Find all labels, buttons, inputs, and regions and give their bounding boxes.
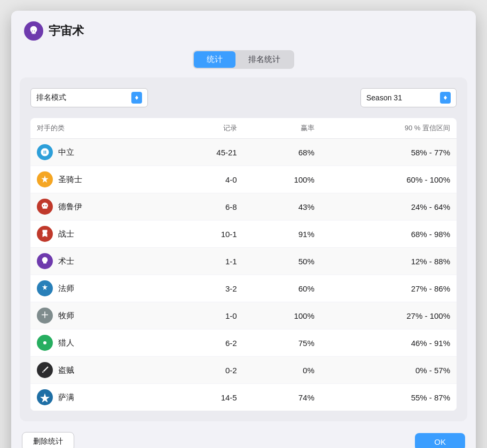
ci-cell: 46% - 91% [321, 329, 457, 357]
class-icon [37, 199, 53, 215]
winrate-cell: 43% [243, 193, 321, 221]
class-name: 盗贼 [58, 365, 74, 375]
filters-row: 排名模式 Season 31 [30, 88, 457, 107]
class-cell: 猎人 [30, 329, 166, 357]
class-icon [37, 280, 53, 296]
col-class: 对手的类 [30, 118, 166, 139]
col-ci: 90 % 置信区间 [321, 118, 457, 139]
table-row: 术士 1-150%12% - 88% [30, 248, 457, 275]
record-cell: 14-5 [166, 384, 243, 411]
table-header: 对手的类 记录 赢率 90 % 置信区间 [30, 118, 457, 139]
class-name: 术士 [58, 256, 74, 266]
class-name: 牧师 [58, 311, 74, 321]
class-cell: 术士 [30, 248, 166, 275]
winrate-cell: 68% [243, 139, 321, 166]
winrate-cell: 75% [243, 329, 321, 357]
table-row: 盗贼 0-20%0% - 57% [30, 357, 457, 384]
record-cell: 6-8 [166, 193, 243, 221]
table-row: 猎人 6-275%46% - 91% [30, 329, 457, 357]
season-label: Season 31 [366, 93, 436, 102]
col-winrate: 赢率 [243, 118, 321, 139]
table-row: 萨满 14-574%55% - 87% [30, 384, 457, 411]
ci-cell: 27% - 100% [321, 302, 457, 329]
class-icon [37, 226, 53, 242]
ci-cell: 0% - 57% [321, 357, 457, 384]
stats-table: 对手的类 记录 赢率 90 % 置信区间 中立 45-2168%58% - 77… [30, 118, 457, 411]
ci-cell: 68% - 98% [321, 221, 457, 248]
bottom-bar: 删除统计 OK [11, 421, 476, 448]
class-name: 战士 [58, 229, 74, 239]
ci-cell: 60% - 100% [321, 166, 457, 193]
app-icon [24, 21, 43, 41]
table-body: 中立 45-2168%58% - 77% 圣骑士 4-0100%60% - 10… [30, 139, 457, 411]
table-row: 法师 3-260%27% - 86% [30, 275, 457, 302]
ci-cell: 55% - 87% [321, 384, 457, 411]
tab-stats[interactable]: 统计 [194, 51, 235, 68]
winrate-cell: 0% [243, 357, 321, 384]
class-name: 猎人 [58, 338, 74, 348]
record-cell: 4-0 [166, 166, 243, 193]
app-title: 宇宙术 [49, 23, 84, 39]
table-row: 中立 45-2168%58% - 77% [30, 139, 457, 166]
ci-cell: 58% - 77% [321, 139, 457, 166]
ok-button[interactable]: OK [415, 433, 465, 449]
season-selector[interactable]: Season 31 [360, 88, 457, 107]
tab-group: 统计 排名统计 [193, 50, 294, 69]
class-cell: 战士 [30, 221, 166, 248]
class-icon [37, 335, 53, 351]
class-name: 德鲁伊 [58, 202, 82, 212]
record-cell: 10-1 [166, 221, 243, 248]
class-icon [37, 308, 53, 324]
class-name: 法师 [58, 284, 74, 294]
record-cell: 1-0 [166, 302, 243, 329]
mode-selector[interactable]: 排名模式 [30, 88, 148, 107]
ci-cell: 27% - 86% [321, 275, 457, 302]
class-cell: 德鲁伊 [30, 193, 166, 221]
winrate-cell: 100% [243, 166, 321, 193]
class-cell: 圣骑士 [30, 166, 166, 193]
table-row: 圣骑士 4-0100%60% - 100% [30, 166, 457, 193]
svg-point-0 [43, 341, 46, 344]
season-arrows [440, 92, 451, 104]
class-cell: 法师 [30, 275, 166, 302]
class-cell: 牧师 [30, 302, 166, 329]
record-cell: 1-1 [166, 248, 243, 275]
col-record: 记录 [166, 118, 243, 139]
class-icon [37, 389, 53, 405]
record-cell: 45-21 [166, 139, 243, 166]
class-icon [37, 362, 53, 378]
winrate-cell: 100% [243, 302, 321, 329]
tab-bar: 统计 排名统计 [11, 46, 476, 77]
winrate-cell: 50% [243, 248, 321, 275]
winrate-cell: 60% [243, 275, 321, 302]
ci-cell: 12% - 88% [321, 248, 457, 275]
class-icon [37, 144, 53, 160]
skull-icon [28, 25, 40, 37]
class-icon [37, 253, 53, 269]
record-cell: 3-2 [166, 275, 243, 302]
class-name: 萨满 [58, 392, 74, 403]
table-row: 牧师 1-0100%27% - 100% [30, 302, 457, 329]
class-cell: 盗贼 [30, 357, 166, 384]
class-icon [37, 171, 53, 187]
record-cell: 6-2 [166, 329, 243, 357]
table-row: 战士 10-191%68% - 98% [30, 221, 457, 248]
class-cell: 中立 [30, 139, 166, 166]
ci-cell: 24% - 64% [321, 193, 457, 221]
mode-arrows [131, 92, 142, 104]
class-cell: 萨满 [30, 384, 166, 411]
mode-label: 排名模式 [36, 93, 127, 103]
winrate-cell: 74% [243, 384, 321, 411]
class-name: 中立 [58, 147, 74, 158]
main-window: 宇宙术 统计 排名统计 排名模式 Season 31 [11, 11, 476, 448]
record-cell: 0-2 [166, 357, 243, 384]
table-row: 德鲁伊 6-843%24% - 64% [30, 193, 457, 221]
content-area: 排名模式 Season 31 对手的类 记录 赢率 [20, 77, 467, 421]
delete-button[interactable]: 删除统计 [22, 432, 74, 448]
winrate-cell: 91% [243, 221, 321, 248]
tab-rank-stats[interactable]: 排名统计 [235, 51, 293, 68]
stats-table-container: 对手的类 记录 赢率 90 % 置信区间 中立 45-2168%58% - 77… [30, 118, 457, 411]
class-name: 圣骑士 [58, 175, 82, 185]
title-bar: 宇宙术 [11, 11, 476, 46]
